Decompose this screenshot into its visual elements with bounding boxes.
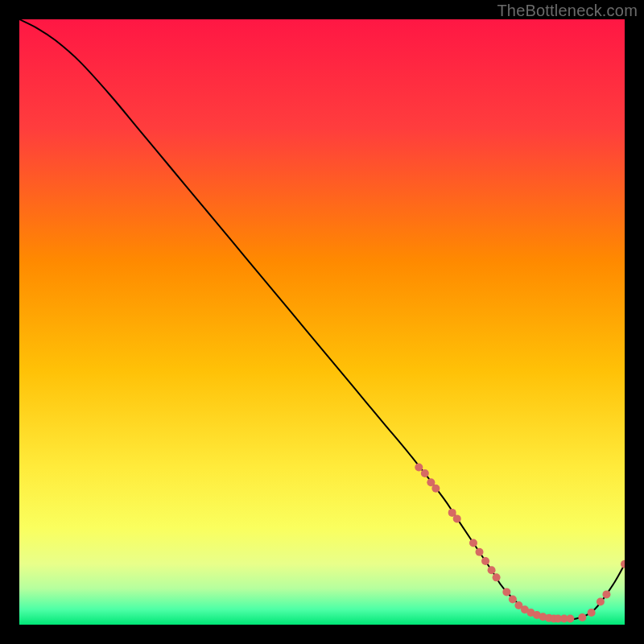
chart-stage: TheBottleneck.com xyxy=(0,0,644,644)
data-point xyxy=(588,609,596,617)
data-point xyxy=(488,566,496,574)
data-point xyxy=(415,463,423,471)
curve-layer xyxy=(19,19,625,625)
data-point xyxy=(566,614,574,622)
data-point xyxy=(509,595,517,603)
data-point xyxy=(431,485,440,493)
data-point xyxy=(578,613,586,621)
bottleneck-curve xyxy=(19,19,625,620)
data-point xyxy=(621,560,625,568)
data-point xyxy=(502,588,510,596)
plot-area xyxy=(19,19,625,625)
data-point xyxy=(469,539,477,547)
data-point xyxy=(597,597,605,605)
watermark-text: TheBottleneck.com xyxy=(497,2,638,20)
data-point xyxy=(493,573,501,581)
data-point xyxy=(453,514,461,522)
highlighted-points xyxy=(415,463,625,622)
data-point xyxy=(421,469,429,477)
data-point xyxy=(481,557,489,565)
data-point xyxy=(476,548,484,556)
data-point xyxy=(602,590,610,598)
